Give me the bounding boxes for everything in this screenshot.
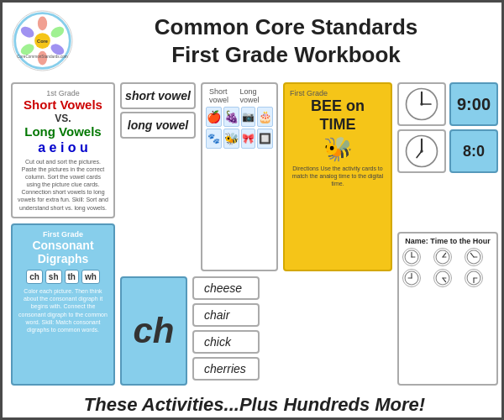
- clock-row-1: 9:00: [397, 82, 498, 126]
- bee-title: BEE on TIME: [290, 97, 386, 134]
- pic-fish: 🎀: [241, 129, 255, 149]
- word-text-cheese: cheese: [204, 281, 242, 295]
- word-text-chair: chair: [204, 308, 229, 322]
- digraphs-row: ch sh th wh: [18, 270, 108, 284]
- svg-point-2: [38, 16, 47, 30]
- bee-on-time-card: First Grade BEE on TIME 🐝 Directions Use…: [283, 82, 392, 271]
- header: Core CoreCommonStandards.com Common Core…: [3, 3, 504, 79]
- pic-dog: 🐾: [206, 129, 222, 149]
- mini-clock-6: [465, 269, 483, 287]
- digraph-th: th: [65, 270, 79, 284]
- short-vowel-header: Short vowel: [209, 87, 240, 104]
- worksheet-card: Name: Time to the Hour: [397, 232, 498, 386]
- page-title: Common Core Standards First Grade Workbo…: [74, 13, 498, 68]
- bee-icon: 🐝: [290, 135, 386, 163]
- pic-kite: 🔲: [257, 129, 273, 149]
- svg-point-14: [420, 102, 423, 105]
- consonant-digraphs-card: First Grade Consonant Digraphs ch sh th …: [11, 223, 115, 386]
- picture-grid-card: Short vowel Long vowel 🍎 🍇 📷 🎂 🐾 🐝 🎀 🔲: [201, 82, 278, 271]
- ch-label: ch: [133, 311, 174, 351]
- long-vowel-header: Long vowel: [240, 87, 270, 104]
- middle-column: short vowel long vowel Short vowel Long …: [120, 82, 392, 386]
- long-vowels-title: Long Vowels: [18, 124, 108, 139]
- mini-clock-4: [402, 269, 421, 287]
- pic-apple: 🍎: [206, 107, 222, 127]
- clock-cards: 9:00 8:0: [397, 82, 498, 227]
- consonant-body: Color each picture. Then think about the…: [18, 287, 108, 333]
- word-text-chick: chick: [204, 335, 231, 349]
- clock-row-2: 8:0: [397, 129, 498, 173]
- footer: These Activities...Plus Hundreds More!: [3, 389, 504, 420]
- logo: Core CoreCommonStandards.com: [11, 9, 74, 72]
- short-vowels-title: Short Vowels: [18, 97, 108, 113]
- word-chick: chick: [192, 330, 260, 354]
- pic-bee: 🐝: [223, 129, 239, 149]
- vs-label: VS.: [18, 113, 108, 124]
- long-vowel-label: long vowel: [120, 112, 196, 139]
- picture-grid-header: Short vowel Long vowel: [206, 87, 273, 104]
- word-list: cheese chair chick cherries: [192, 276, 260, 386]
- mini-clock-3: [465, 248, 483, 266]
- short-vowel-label: short vowel: [120, 82, 196, 109]
- word-cherries: cherries: [192, 357, 260, 381]
- short-vowel-text: short vowel: [125, 89, 191, 102]
- analog-clock-1: [397, 82, 446, 126]
- bee-directions: Directions Use the activity cards to mat…: [290, 165, 386, 187]
- pic-cat: 📷: [241, 107, 255, 127]
- pic-grapes: 🍇: [223, 107, 239, 127]
- digraph-sh: sh: [45, 270, 62, 284]
- right-column: 9:00 8:0: [397, 82, 498, 386]
- mini-clock-2: [433, 248, 452, 266]
- svg-text:CoreCommonStandards.com: CoreCommonStandards.com: [17, 55, 68, 59]
- worksheet-title-text: Time to the Hour: [430, 237, 490, 245]
- word-chair: chair: [192, 303, 260, 327]
- bee-title-line1: BEE on: [311, 97, 365, 114]
- ch-card: ch: [120, 276, 187, 386]
- svg-point-18: [420, 150, 423, 152]
- footer-text: These Activities...Plus Hundreds More!: [84, 394, 425, 415]
- vowel-labels-card: short vowel long vowel: [120, 82, 196, 271]
- name-label: Name:: [405, 237, 430, 245]
- mid-top: short vowel long vowel Short vowel Long …: [120, 82, 392, 271]
- short-long-vowels-card: 1st Grade Short Vowels VS. Long Vowels a…: [11, 82, 115, 218]
- page-wrapper: Core CoreCommonStandards.com Common Core…: [3, 3, 504, 420]
- analog-clock-2: [397, 129, 446, 173]
- picture-grid: 🍎 🍇 📷 🎂 🐾 🐝 🎀 🔲: [206, 107, 273, 149]
- mid-bottom: ch cheese chair chick cherries: [120, 276, 392, 386]
- vowels-display: a e i o u: [18, 140, 108, 155]
- consonant-grade: First Grade: [18, 230, 108, 239]
- clock-grid: [402, 248, 493, 287]
- digital-clock-1: 9:00: [449, 82, 498, 126]
- word-cheese: cheese: [192, 276, 260, 300]
- digraph-ch: ch: [26, 270, 43, 284]
- mini-clock-5: [433, 269, 452, 287]
- main-content: 1st Grade Short Vowels VS. Long Vowels a…: [3, 79, 504, 389]
- bee-grade: First Grade: [290, 89, 386, 97]
- title-line2: First Grade Workbook: [171, 42, 401, 67]
- short-long-body: Cut out and sort the pictures. Paste the…: [18, 158, 108, 212]
- word-text-cherries: cherries: [204, 362, 246, 375]
- digital-time-2: 8:0: [463, 143, 485, 160]
- digraph-wh: wh: [81, 270, 100, 284]
- mini-clock-1: [402, 248, 421, 266]
- digital-clock-2: 8:0: [449, 129, 498, 173]
- bee-title-line2: TIME: [320, 116, 356, 133]
- consonant-title: Consonant Digraphs: [18, 239, 108, 267]
- title-line1: Common Core Standards: [155, 14, 418, 39]
- digital-time-1: 9:00: [457, 95, 491, 114]
- worksheet-title: Name: Time to the Hour: [402, 237, 493, 245]
- long-vowel-text: long vowel: [128, 118, 188, 132]
- grade-label: 1st Grade: [18, 89, 108, 97]
- pic-cake: 🎂: [257, 107, 273, 127]
- left-column: 1st Grade Short Vowels VS. Long Vowels a…: [11, 82, 115, 386]
- svg-text:Core: Core: [37, 39, 48, 44]
